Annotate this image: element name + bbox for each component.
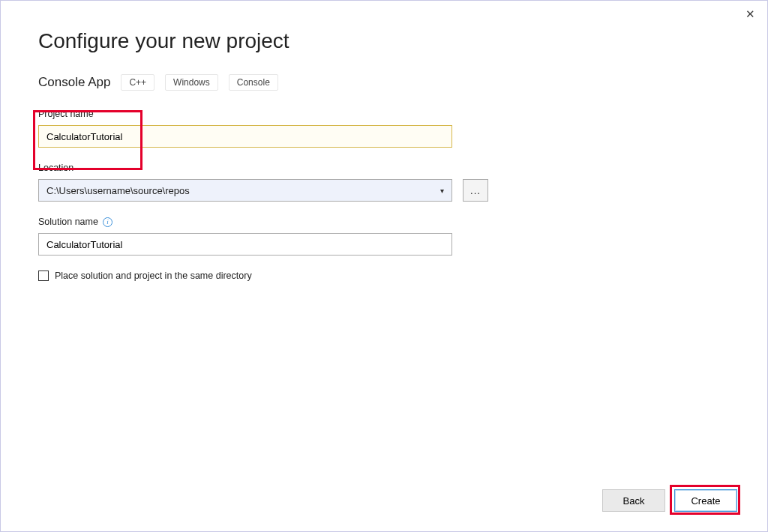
same-directory-label: Place solution and project in the same d…	[55, 270, 252, 281]
same-directory-row: Place solution and project in the same d…	[38, 270, 730, 281]
location-row: C:\Users\username\source\repos ▾ ...	[38, 179, 730, 202]
solution-name-group: Solution name i	[38, 217, 730, 256]
project-name-group: Project name	[38, 109, 730, 148]
create-button[interactable]: Create	[674, 489, 737, 512]
dialog-window: ✕ Configure your new project Console App…	[0, 0, 768, 532]
back-button[interactable]: Back	[602, 489, 665, 512]
chevron-down-icon: ▾	[436, 187, 447, 195]
location-label: Location	[38, 163, 730, 173]
location-group: Location C:\Users\username\source\repos …	[38, 163, 730, 202]
info-icon[interactable]: i	[103, 217, 112, 227]
same-directory-checkbox[interactable]	[38, 270, 49, 281]
tag-cpp: C++	[121, 74, 154, 91]
project-name-label: Project name	[38, 109, 730, 119]
page-title: Configure your new project	[38, 29, 730, 53]
template-name: Console App	[38, 75, 110, 90]
tag-windows: Windows	[165, 74, 218, 91]
tag-console: Console	[229, 74, 278, 91]
template-row: Console App C++ Windows Console	[38, 74, 730, 91]
solution-name-label-text: Solution name	[38, 217, 98, 227]
dialog-button-row: Back Create	[602, 489, 737, 512]
dialog-content: Configure your new project Console App C…	[1, 1, 767, 281]
project-name-input[interactable]	[38, 125, 452, 148]
browse-button[interactable]: ...	[463, 179, 488, 202]
location-combobox[interactable]: C:\Users\username\source\repos ▾	[38, 179, 452, 202]
solution-name-input[interactable]	[38, 233, 452, 256]
close-icon[interactable]: ✕	[746, 8, 755, 19]
location-value: C:\Users\username\source\repos	[46, 185, 436, 196]
solution-name-label: Solution name i	[38, 217, 730, 227]
